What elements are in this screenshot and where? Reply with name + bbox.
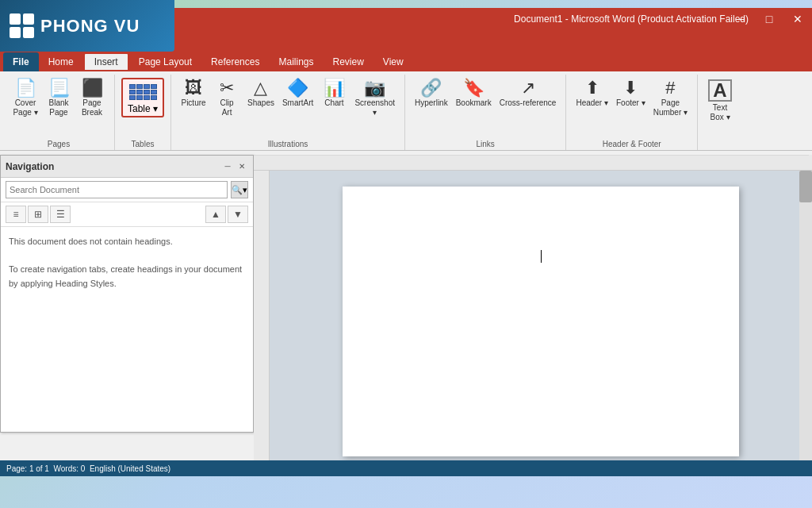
hyperlink-button[interactable]: 🔗 Hyperlink [412, 78, 451, 110]
text-box-button[interactable]: A TextBox ▾ [704, 78, 736, 124]
clip-art-icon: ✂ [220, 79, 234, 97]
blank-page-button[interactable]: 📃 BlankPage [43, 78, 75, 119]
nav-next-button[interactable]: ▼ [228, 206, 248, 223]
window-controls: ─ □ ✕ [726, 8, 812, 30]
footer-button[interactable]: ⬇ Footer ▾ [613, 78, 649, 110]
hyperlink-icon: 🔗 [420, 79, 442, 97]
nav-pin-button[interactable]: ─ [221, 160, 234, 173]
word-count: Words: 0 [54, 464, 86, 473]
nav-content-line1: This document does not contain headings. [9, 235, 245, 249]
blank-page-icon: 📃 [48, 79, 70, 97]
tab-view[interactable]: View [373, 52, 413, 71]
footer-icon: ⬇ [623, 79, 638, 97]
illustrations-items: 🖼 Picture ✂ ClipArt △ Shapes 🔷 SmartArt … [178, 75, 398, 138]
chart-button[interactable]: 📊 Chart [318, 78, 350, 110]
header-footer-group-label: Header & Footer [573, 138, 691, 150]
ribbon-tabs: File Home Insert Page Layout References … [0, 51, 812, 71]
cover-page-button[interactable]: 📄 CoverPage ▾ [10, 78, 41, 119]
smartart-button[interactable]: 🔷 SmartArt [279, 78, 316, 110]
cross-reference-icon: ↗ [521, 79, 535, 97]
navigation-content: This document does not contain headings.… [1, 227, 253, 298]
smartart-icon: 🔷 [287, 79, 308, 97]
table-grid-icon [129, 84, 157, 100]
cover-page-icon: 📄 [15, 79, 36, 97]
page-break-icon: ⬛ [82, 79, 103, 97]
header-icon: ⬆ [585, 79, 599, 97]
status-bar: Page: 1 of 1 Words: 0 English (United St… [0, 460, 812, 476]
document-area[interactable] [270, 171, 812, 460]
ribbon-group-text: A TextBox ▾ [698, 75, 742, 150]
tab-page-layout[interactable]: Page Layout [129, 52, 201, 71]
language-info: English (United States) [90, 464, 170, 473]
navigation-title: Navigation [6, 161, 54, 172]
header-footer-items: ⬆ Header ▾ ⬇ Footer ▾ # PageNumber ▾ [573, 75, 691, 138]
company-logo: PHONG VU [10, 13, 140, 38]
shapes-icon: △ [254, 79, 267, 97]
tab-insert[interactable]: Insert [83, 52, 129, 71]
screenshot-button[interactable]: 📷 Screenshot▾ [351, 78, 398, 119]
document-page[interactable] [343, 187, 739, 456]
cross-reference-button[interactable]: ↗ Cross-reference [496, 78, 560, 110]
navigation-pane: Navigation ─ ✕ 🔍▾ ≡ ⊞ ☰ ▲ ▼ This documen… [0, 155, 254, 433]
bookmark-icon: 🔖 [463, 79, 485, 97]
nav-headings-button[interactable]: ≡ [6, 206, 26, 223]
ribbon-body: 📄 CoverPage ▾ 📃 BlankPage ⬛ PageBreak Pa… [0, 71, 812, 151]
table-label: Table ▾ [128, 103, 158, 114]
tables-group-label: Tables [121, 138, 164, 150]
screenshot-icon: 📷 [364, 79, 385, 97]
ribbon-group-header-footer: ⬆ Header ▾ ⬇ Footer ▾ # PageNumber ▾ Hea… [566, 75, 698, 150]
navigation-header: Navigation ─ ✕ [1, 156, 253, 178]
maximize-button[interactable]: □ [755, 8, 783, 30]
tab-file[interactable]: File [3, 52, 39, 71]
search-input[interactable] [6, 181, 228, 198]
pages-group-label: Pages [10, 138, 108, 150]
picture-button[interactable]: 🖼 Picture [178, 78, 209, 110]
search-bar: 🔍▾ [1, 178, 253, 202]
page-break-button[interactable]: ⬛ PageBreak [76, 78, 108, 119]
chart-icon: 📊 [324, 79, 345, 97]
nav-results-button[interactable]: ☰ [50, 206, 71, 223]
tab-home[interactable]: Home [39, 52, 83, 71]
ribbon-group-links: 🔗 Hyperlink 🔖 Bookmark ↗ Cross-reference… [405, 75, 566, 150]
vertical-ruler [254, 171, 270, 460]
nav-view-buttons: ≡ ⊞ ☰ [6, 206, 71, 223]
tables-items: Table ▾ [121, 75, 164, 138]
tab-mailings[interactable]: Mailings [269, 52, 323, 71]
shapes-button[interactable]: △ Shapes [244, 78, 278, 110]
ribbon-group-tables: Table ▾ Tables [115, 75, 171, 150]
nav-arrow-buttons: ▲ ▼ [205, 206, 248, 223]
svg-rect-0 [254, 155, 812, 171]
clip-art-button[interactable]: ✂ ClipArt [211, 78, 243, 119]
picture-icon: 🖼 [185, 79, 202, 97]
scrollbar-thumb[interactable] [799, 171, 812, 202]
bookmark-button[interactable]: 🔖 Bookmark [453, 78, 495, 110]
minimize-button[interactable]: ─ [726, 8, 755, 30]
nav-controls: ─ ✕ [221, 160, 248, 173]
page-number-icon: # [665, 79, 675, 97]
table-button[interactable]: Table ▾ [121, 78, 164, 117]
links-items: 🔗 Hyperlink 🔖 Bookmark ↗ Cross-reference [412, 75, 559, 138]
pages-items: 📄 CoverPage ▾ 📃 BlankPage ⬛ PageBreak [10, 75, 108, 138]
nav-icons-row: ≡ ⊞ ☰ ▲ ▼ [1, 202, 253, 227]
nav-pages-button[interactable]: ⊞ [28, 206, 48, 223]
ribbon-group-pages: 📄 CoverPage ▾ 📃 BlankPage ⬛ PageBreak Pa… [3, 75, 115, 150]
window-title: Document1 - Microsoft Word (Product Acti… [514, 13, 749, 25]
links-group-label: Links [412, 138, 559, 150]
header-button[interactable]: ⬆ Header ▾ [573, 78, 611, 110]
vertical-scrollbar[interactable] [799, 171, 812, 460]
ruler-h-svg [254, 155, 812, 171]
nav-close-button[interactable]: ✕ [236, 160, 248, 173]
text-items: A TextBox ▾ [704, 75, 736, 147]
word-window: Document1 - Microsoft Word (Product Acti… [0, 8, 812, 476]
nav-content-line2: To create navigation tabs, create headin… [9, 263, 245, 291]
illustrations-group-label: Illustrations [178, 138, 398, 150]
search-button[interactable]: 🔍▾ [231, 181, 248, 198]
close-button[interactable]: ✕ [783, 8, 812, 30]
tab-review[interactable]: Review [323, 52, 373, 71]
nav-prev-button[interactable]: ▲ [205, 206, 226, 223]
tab-references[interactable]: References [201, 52, 269, 71]
text-cursor [541, 250, 542, 263]
ribbon-group-illustrations: 🖼 Picture ✂ ClipArt △ Shapes 🔷 SmartArt … [171, 75, 405, 150]
logo-grid-icon [10, 13, 34, 38]
page-number-button[interactable]: # PageNumber ▾ [650, 78, 691, 119]
